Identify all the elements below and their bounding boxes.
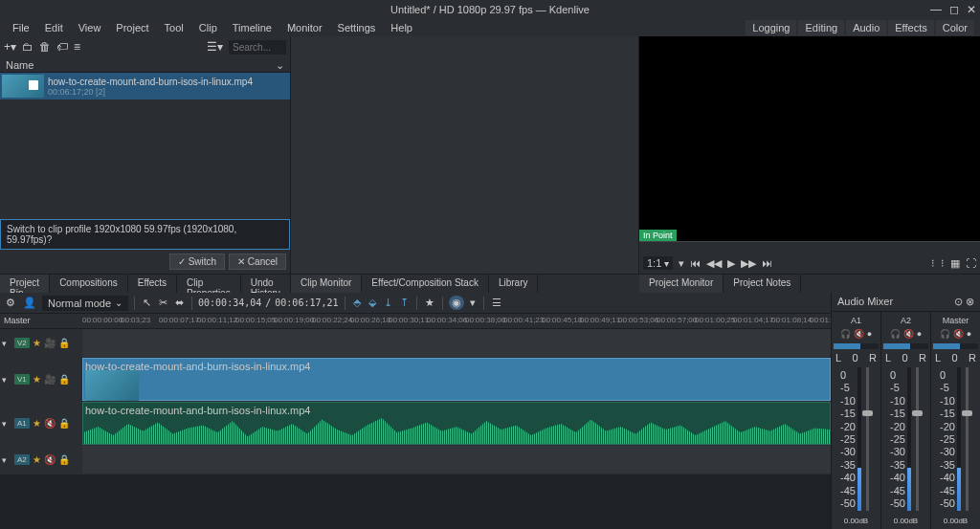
headphone-icon[interactable]: 🎧 (890, 329, 901, 339)
fullscreen-icon[interactable]: ⛶ (966, 257, 976, 269)
preview-render-icon[interactable]: ◉ (449, 296, 464, 310)
expand-icon[interactable]: ▾ (2, 419, 11, 429)
overwrite-icon[interactable]: ⤓ (382, 295, 394, 311)
forward-icon[interactable]: ▶▶ (741, 257, 756, 270)
favorite-icon[interactable]: ★ (423, 295, 436, 311)
balance-slider[interactable] (834, 343, 879, 349)
mixer-settings-icon[interactable]: ⊙ (954, 296, 963, 307)
tab-clip-properties[interactable]: Clip Properties (177, 275, 241, 293)
track-label[interactable]: V1 (14, 374, 30, 385)
track-content[interactable]: how-to-create-mount-and-burn-isos-in-lin… (82, 358, 831, 401)
balance-slider[interactable] (933, 343, 978, 349)
switch-button[interactable]: ✓ Switch (169, 253, 225, 270)
menu-view[interactable]: View (72, 20, 108, 35)
tab-project-notes[interactable]: Project Notes (724, 275, 801, 293)
filter-icon[interactable]: ≡ (74, 40, 80, 54)
add-clip-icon[interactable]: +▾ (4, 40, 16, 54)
menu-help[interactable]: Help (384, 20, 419, 35)
menu-tool[interactable]: Tool (158, 20, 190, 35)
zone-out-icon[interactable]: ⬙ (367, 295, 378, 311)
volume-fader[interactable] (966, 367, 969, 511)
tab-compositions[interactable]: Compositions (50, 275, 128, 293)
track-a1[interactable]: ▾A1★🔇🔒how-to-create-mount-and-burn-isos-… (0, 402, 831, 446)
lock-icon[interactable]: 🔒 (58, 418, 70, 429)
mixer-close-icon[interactable]: ⊗ (966, 296, 974, 307)
tag-icon[interactable]: 🏷 (56, 40, 68, 54)
lock-icon[interactable]: 🔒 (58, 338, 70, 348)
master-label[interactable]: Master (0, 314, 82, 328)
cancel-button[interactable]: ✕ Cancel (229, 253, 286, 270)
folder-icon[interactable]: 🗀 (22, 40, 33, 54)
clip-item[interactable]: how-to-create-mount-and-burn-isos-in-lin… (0, 73, 290, 99)
grid-icon[interactable]: ▦ (950, 257, 960, 270)
tool-razor-icon[interactable]: ✂ (157, 295, 169, 311)
headphone-icon[interactable]: 🎧 (840, 329, 851, 339)
audio-clip[interactable]: how-to-create-mount-and-burn-isos-in-lin… (82, 402, 831, 445)
menu-clip[interactable]: Clip (192, 20, 224, 35)
clip-list[interactable]: how-to-create-mount-and-burn-isos-in-lin… (0, 73, 290, 219)
zone-in-icon[interactable]: ⬘ (351, 295, 363, 311)
tab-project-bin[interactable]: Project Bin (0, 275, 50, 293)
dropdown-small-icon[interactable]: ▾ (468, 295, 478, 311)
rewind-icon[interactable]: ◀◀ (706, 257, 722, 270)
monitor-ruler[interactable] (639, 241, 980, 253)
mute-icon[interactable]: 🔇 (854, 329, 864, 339)
track-content[interactable] (82, 329, 831, 357)
view-list-icon[interactable]: ☰▾ (207, 40, 223, 54)
timeline-tracks[interactable]: ▾V2★🎥🔒▾V1★🎥🔒how-to-create-mount-and-burn… (0, 329, 831, 529)
mute-icon[interactable]: 🔇 (44, 454, 56, 465)
tool-spacer-icon[interactable]: ⬌ (173, 295, 186, 311)
tab-clip-monitor[interactable]: Clip Monitor (291, 275, 362, 293)
mute-icon[interactable]: 🔇 (903, 329, 914, 339)
track-label[interactable]: A2 (14, 454, 30, 465)
tool-select-icon[interactable]: ↖ (141, 295, 153, 311)
mute-icon[interactable]: 🔇 (953, 329, 964, 339)
zoom-dropdown[interactable]: 1:1 ▾ (643, 256, 673, 270)
workspace-audio[interactable]: Audio (846, 20, 886, 35)
menu-edit[interactable]: Edit (38, 20, 70, 35)
workspace-logging[interactable]: Logging (746, 20, 796, 35)
maximize-icon[interactable]: ◻ (949, 3, 959, 16)
menu-file[interactable]: File (6, 20, 36, 35)
tab-effects[interactable]: Effects (128, 275, 177, 293)
timecode-position[interactable]: 00:00:34,04 (198, 298, 261, 308)
close-icon[interactable]: ✕ (967, 3, 976, 16)
visibility-icon[interactable]: 🎥 (44, 338, 56, 348)
star-icon[interactable]: ★ (33, 338, 41, 348)
record-icon[interactable]: ● (867, 329, 872, 339)
record-icon[interactable]: ● (917, 329, 922, 339)
insert-icon[interactable]: ⤒ (398, 295, 411, 311)
track-v2[interactable]: ▾V2★🎥🔒 (0, 329, 831, 358)
tab-effect-composition-stack[interactable]: Effect/Composition Stack (362, 275, 489, 293)
settings-icon[interactable]: ⚙ (4, 295, 17, 311)
track-v1[interactable]: ▾V1★🎥🔒how-to-create-mount-and-burn-isos-… (0, 358, 831, 402)
track-content[interactable] (82, 446, 831, 474)
headphone-icon[interactable]: 🎧 (940, 329, 950, 339)
rewind-start-icon[interactable]: ⏮ (690, 257, 701, 269)
tab-library[interactable]: Library (489, 275, 539, 293)
monitor-viewport[interactable]: In Point (639, 36, 980, 241)
play-icon[interactable]: ▶ (727, 257, 735, 270)
forward-end-icon[interactable]: ⏭ (762, 257, 772, 269)
expand-icon[interactable]: ▾ (2, 375, 11, 385)
tab-undo-history[interactable]: Undo History (241, 275, 291, 293)
track-a2[interactable]: ▾A2★🔇🔒 (0, 446, 831, 474)
video-clip[interactable]: how-to-create-mount-and-burn-isos-in-lin… (82, 358, 831, 401)
edit-mode-dropdown[interactable]: Normal mode ⌄ (42, 296, 128, 311)
column-header[interactable]: Name ⌄ (0, 57, 290, 73)
delete-icon[interactable]: 🗑 (39, 40, 51, 54)
menu-settings[interactable]: Settings (331, 20, 383, 35)
options-icon[interactable]: ⁝ (941, 257, 945, 270)
menu-project[interactable]: Project (109, 20, 155, 35)
star-icon[interactable]: ★ (33, 374, 41, 385)
expand-icon[interactable]: ▾ (2, 455, 11, 465)
search-input[interactable] (229, 40, 286, 55)
record-icon[interactable]: ● (967, 329, 971, 339)
balance-slider[interactable] (883, 343, 928, 349)
track-label[interactable]: V2 (14, 338, 30, 348)
star-icon[interactable]: ★ (33, 418, 41, 429)
workspace-color[interactable]: Color (936, 20, 974, 35)
lock-icon[interactable]: 🔒 (58, 454, 70, 465)
visibility-icon[interactable]: 🎥 (44, 374, 56, 385)
workspace-editing[interactable]: Editing (798, 20, 844, 35)
